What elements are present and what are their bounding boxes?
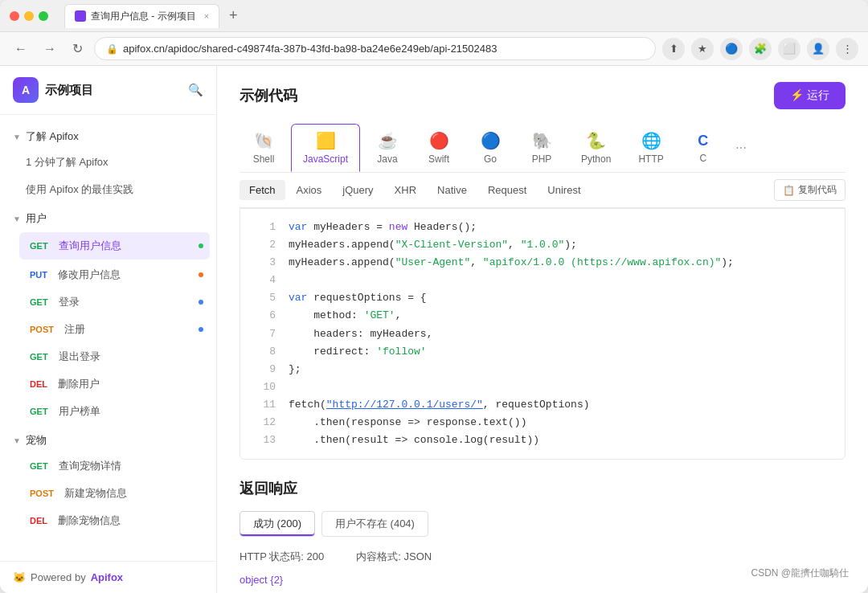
method-label-get-login: GET xyxy=(26,296,52,309)
sub-tab-jquery[interactable]: jQuery xyxy=(333,180,383,200)
method-label-del-pet: DEL xyxy=(26,514,51,527)
method-label-get-pet: GET xyxy=(26,460,52,472)
code-line-11: 11 fetch("http://127.0.0.1/users/", requ… xyxy=(240,396,845,414)
copy-code-button[interactable]: 📋 复制代码 xyxy=(774,179,845,201)
sidebar-item-get-pet[interactable]: GET 查询宠物详情 xyxy=(0,452,216,480)
tab-bar: 查询用户信息 - 示例项目 × + xyxy=(64,4,244,28)
c-icon: C xyxy=(698,133,708,149)
refresh-button[interactable]: ↻ xyxy=(68,38,88,59)
method-label-post: POST xyxy=(26,323,58,336)
lang-more-icon[interactable]: ⋯ xyxy=(731,135,751,161)
code-block: 1 var myHeaders = new Headers(); 2 myHea… xyxy=(240,208,845,460)
code-line-4: 4 xyxy=(240,272,845,289)
go-icon: 🔵 xyxy=(481,131,501,150)
maximize-button[interactable] xyxy=(39,11,48,21)
active-tab[interactable]: 查询用户信息 - 示例项目 × xyxy=(64,4,219,28)
extension-icon[interactable]: 🔵 xyxy=(720,38,743,60)
watermark: CSDN @龍擠仕咖騎仕 xyxy=(751,566,849,580)
sidebar-item-bestpractice[interactable]: 使用 Apifox 的最佳实践 xyxy=(0,176,216,203)
brand-name: 示例项目 xyxy=(45,83,93,98)
sub-tab-request[interactable]: Request xyxy=(478,180,536,200)
bookmark-icon[interactable]: ★ xyxy=(691,38,714,60)
lang-tab-php[interactable]: 🐘 PHP xyxy=(518,124,566,172)
method-label-get-logout: GET xyxy=(26,350,52,363)
extensions-icon[interactable]: 🧩 xyxy=(749,38,772,60)
sidebar-item-del-pet[interactable]: DEL 删除宠物信息 xyxy=(0,507,216,534)
search-icon[interactable]: 🔍 xyxy=(188,83,203,97)
sidebar-item-get-login[interactable]: GET 登录 xyxy=(0,288,216,316)
sub-tab-axios[interactable]: Axios xyxy=(287,180,332,200)
sidebar-item-get-user[interactable]: GET 查询用户信息 xyxy=(19,232,210,260)
lang-tab-http[interactable]: 🌐 HTTP xyxy=(626,124,675,172)
app-content: A 示例项目 🔍 ▼ 了解 Apifox 1 分钟了解 Apifox 使用 Ap… xyxy=(0,66,868,593)
sub-tab-native[interactable]: Native xyxy=(428,180,477,200)
url-text: apifox.cn/apidoc/shared-c49874fa-387b-43… xyxy=(123,43,497,55)
sidebar-item-del-user[interactable]: DEL 删除用户 xyxy=(0,370,216,398)
tab-grid-icon[interactable]: ⬜ xyxy=(778,38,800,60)
close-button[interactable] xyxy=(10,11,19,21)
lang-tab-swift[interactable]: 🔴 Swift xyxy=(415,124,463,172)
run-button[interactable]: ⚡ 运行 xyxy=(774,82,845,109)
sidebar-item-post-register[interactable]: POST 注册 xyxy=(0,316,216,343)
response-tab-404[interactable]: 用户不存在 (404) xyxy=(321,511,428,537)
code-line-3: 3 myHeaders.append("User-Agent", "apifox… xyxy=(240,254,845,272)
sidebar-section-users[interactable]: ▼ 用户 xyxy=(0,203,216,231)
lang-tab-go[interactable]: 🔵 Go xyxy=(466,124,514,172)
code-line-7: 7 headers: myHeaders, xyxy=(240,325,845,343)
sidebar-header: A 示例项目 🔍 xyxy=(0,66,216,115)
lang-tab-c[interactable]: C C xyxy=(679,125,727,171)
language-tabs: 🐚 Shell 🟨 JavaScript ☕ Java 🔴 Swift 🔵 xyxy=(240,124,845,173)
sidebar-item-minute[interactable]: 1 分钟了解 Apifox xyxy=(0,149,216,176)
minimize-button[interactable] xyxy=(24,11,34,21)
response-meta: HTTP 状态码: 200 内容格式: JSON xyxy=(240,550,845,564)
sub-tab-unirest[interactable]: Unirest xyxy=(538,180,590,200)
method-label-get: GET xyxy=(26,239,52,252)
code-line-10: 10 xyxy=(240,378,845,396)
sidebar-item-get-logout[interactable]: GET 退出登录 xyxy=(0,343,216,370)
traffic-lights xyxy=(10,11,48,21)
sidebar-item-get-ranking[interactable]: GET 用户榜单 xyxy=(0,398,216,425)
sub-tabs: Fetch Axios jQuery XHR Native Request Un… xyxy=(240,173,845,208)
java-icon: ☕ xyxy=(378,131,398,150)
python-icon: 🐍 xyxy=(586,131,606,150)
method-label-post-pet: POST xyxy=(26,487,58,500)
sidebar-section-apifox[interactable]: ▼ 了解 Apifox xyxy=(0,121,216,149)
share-icon[interactable]: ⬆ xyxy=(662,38,685,60)
status-dot-orange xyxy=(199,272,203,277)
sidebar-item-put-user[interactable]: PUT 修改用户信息 xyxy=(0,261,216,288)
copy-icon: 📋 xyxy=(783,185,795,196)
response-section-title: 返回响应 xyxy=(240,479,845,498)
sidebar-item-post-pet[interactable]: POST 新建宠物信息 xyxy=(0,480,216,507)
code-line-12: 12 .then(response => response.text()) xyxy=(240,414,845,431)
swift-icon: 🔴 xyxy=(429,131,449,150)
section-header: 示例代码 ⚡ 运行 xyxy=(240,82,845,109)
lang-tab-javascript[interactable]: 🟨 JavaScript xyxy=(291,124,360,172)
browser-frame: 查询用户信息 - 示例项目 × + ← → ↻ 🔒 apifox.cn/apid… xyxy=(0,0,868,593)
status-dot-blue-2 xyxy=(199,327,203,332)
back-button[interactable]: ← xyxy=(10,39,32,59)
lang-tab-python[interactable]: 🐍 Python xyxy=(569,124,623,172)
code-line-9: 9 }; xyxy=(240,361,845,378)
tab-close-icon[interactable]: × xyxy=(204,11,209,21)
method-label-get-rank: GET xyxy=(26,405,52,418)
sub-tab-xhr[interactable]: XHR xyxy=(385,180,426,200)
tab-title: 查询用户信息 - 示例项目 xyxy=(91,10,196,23)
browser-actions: ⬆ ★ 🔵 🧩 ⬜ 👤 ⋮ xyxy=(662,38,858,60)
lang-tab-shell[interactable]: 🐚 Shell xyxy=(240,124,288,172)
code-line-2: 2 myHeaders.append("X-Client-Version", "… xyxy=(240,236,845,254)
php-icon: 🐘 xyxy=(532,131,552,150)
brand-icon: A xyxy=(13,77,39,103)
title-bar: 查询用户信息 - 示例项目 × + xyxy=(0,0,868,32)
lang-tab-java[interactable]: ☕ Java xyxy=(363,124,411,172)
new-tab-button[interactable]: + xyxy=(223,4,244,27)
method-label-del: DEL xyxy=(26,378,51,391)
response-tab-200[interactable]: 成功 (200) xyxy=(240,511,315,537)
sub-tab-fetch[interactable]: Fetch xyxy=(240,180,285,200)
code-line-8: 8 redirect: 'follow' xyxy=(240,343,845,361)
main-content: 示例代码 ⚡ 运行 🐚 Shell 🟨 JavaScript ☕ Java xyxy=(217,66,868,593)
menu-icon[interactable]: ⋮ xyxy=(836,38,858,60)
sidebar-section-pets[interactable]: ▼ 宠物 xyxy=(0,425,216,452)
profile-icon[interactable]: 👤 xyxy=(807,38,829,60)
forward-button[interactable]: → xyxy=(39,39,61,59)
url-bar[interactable]: 🔒 apifox.cn/apidoc/shared-c49874fa-387b-… xyxy=(94,37,656,60)
